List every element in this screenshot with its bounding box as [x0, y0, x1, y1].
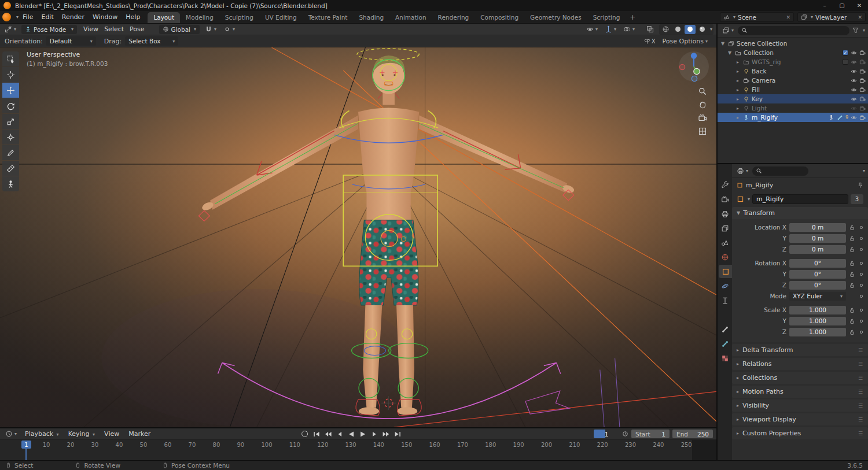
outliner-row-scene-collection[interactable]: ▼ Scene Collection	[718, 39, 868, 48]
animate-dot-icon[interactable]	[858, 307, 865, 313]
animate-dot-icon[interactable]	[858, 282, 865, 288]
show-gizmo-dropdown[interactable]: ▾	[603, 25, 618, 34]
hide-eye-icon[interactable]	[851, 59, 857, 65]
panel-grip-icon[interactable]: ☰	[858, 403, 863, 409]
transform-value-field[interactable]: 0°	[789, 281, 846, 290]
viewport-menu-item[interactable]: Pose	[127, 25, 147, 33]
collapsed-panel[interactable]: ▸ Relations ☰	[732, 358, 868, 370]
maximize-button[interactable]: ▢	[833, 0, 851, 11]
filter-icon[interactable]	[852, 27, 859, 34]
lock-icon[interactable]	[849, 318, 855, 324]
lock-icon[interactable]	[849, 260, 855, 267]
lock-icon[interactable]	[849, 271, 855, 277]
current-frame-field[interactable]: 1	[594, 430, 619, 438]
topbar-menu-item[interactable]: Edit	[37, 12, 57, 22]
tool-move[interactable]	[2, 83, 19, 98]
animate-dot-icon[interactable]	[858, 329, 865, 335]
object-visibility-dropdown[interactable]: ▾	[584, 25, 599, 34]
unlink-icon[interactable]: ✕	[786, 14, 790, 20]
topbar-menu-item[interactable]: Window	[89, 12, 122, 22]
mirror-x-toggle[interactable]: X	[642, 36, 657, 46]
render-visibility-icon[interactable]	[859, 50, 866, 56]
minimize-button[interactable]: –	[816, 0, 833, 11]
topbar-menu-item[interactable]: File	[19, 12, 37, 22]
expand-icon[interactable]: ▸	[735, 78, 741, 83]
play-button[interactable]	[358, 430, 367, 438]
hide-eye-icon[interactable]	[851, 87, 857, 93]
collection-checkbox[interactable]: ✓	[843, 50, 848, 55]
lock-icon[interactable]	[849, 246, 855, 253]
transform-value-field[interactable]: 0 m	[789, 223, 846, 232]
panel-grip-icon[interactable]: ☰	[858, 347, 863, 353]
outliner-row-camera[interactable]: ▸ Camera	[718, 76, 868, 85]
animate-dot-icon[interactable]	[858, 224, 865, 231]
workspace-tab[interactable]: Scripting	[587, 12, 626, 23]
transform-orientation-dropdown[interactable]: Global ▾	[159, 25, 200, 34]
animate-dot-icon[interactable]	[858, 235, 865, 242]
shading-solid-button[interactable]	[672, 25, 683, 34]
hide-eye-icon[interactable]	[851, 96, 857, 102]
transform-value-field[interactable]: 1.000	[789, 317, 846, 325]
lock-icon[interactable]	[849, 235, 855, 242]
tab-physics[interactable]	[718, 279, 732, 293]
marker-menu[interactable]: Marker	[126, 430, 153, 438]
outliner-search-input[interactable]	[738, 26, 849, 35]
jump-to-start-button[interactable]	[311, 430, 321, 438]
tool-transform[interactable]	[2, 129, 19, 145]
expand-icon[interactable]: ▸	[735, 87, 741, 92]
render-visibility-icon[interactable]	[859, 77, 866, 84]
transform-value-field[interactable]: 1.000	[789, 328, 846, 336]
shading-rendered-button[interactable]	[697, 25, 708, 34]
transform-value-field[interactable]: 0°	[789, 270, 846, 279]
scene-selector[interactable]: ▾ Scene ✕	[720, 12, 794, 22]
tab-bone-constraint[interactable]	[718, 337, 732, 350]
snap-toggle[interactable]: ▾	[203, 25, 218, 34]
collapsed-panel[interactable]: ▸ Motion Paths ☰	[732, 386, 868, 398]
viewport-menu-item[interactable]: Select	[101, 25, 127, 33]
prev-frame-button[interactable]	[334, 430, 344, 438]
animate-dot-icon[interactable]	[858, 246, 865, 253]
tool-measure[interactable]	[2, 161, 19, 176]
pan-hand-icon[interactable]	[698, 100, 707, 109]
expand-icon[interactable]: ▼	[727, 50, 733, 55]
render-visibility-icon[interactable]	[859, 68, 866, 75]
lock-icon[interactable]	[849, 329, 855, 335]
workspace-tab[interactable]: Modeling	[180, 12, 219, 23]
shading-material-button[interactable]	[685, 25, 696, 34]
collapsed-panel[interactable]: ▸ Delta Transform ☰	[732, 344, 868, 356]
workspace-tab[interactable]: Rendering	[432, 12, 475, 23]
render-visibility-icon[interactable]	[859, 59, 866, 65]
workspace-tab[interactable]: Geometry Nodes	[524, 12, 587, 23]
transform-value-field[interactable]: 0 m	[789, 234, 846, 243]
collapsed-panel[interactable]: ▸ Visibility ☰	[732, 399, 868, 412]
outliner-row-fill[interactable]: ▸ Fill	[718, 85, 868, 94]
tab-tool[interactable]	[718, 178, 732, 191]
render-visibility-icon[interactable]	[859, 96, 866, 102]
panel-grip-icon[interactable]: ☰	[858, 375, 863, 381]
auto-keying-toggle[interactable]	[300, 430, 310, 438]
expand-icon[interactable]: ▸	[735, 60, 741, 65]
blender-menu-icon[interactable]	[2, 13, 11, 21]
properties-search-input[interactable]	[752, 166, 808, 176]
tab-texture[interactable]	[718, 351, 732, 365]
tab-view-layer[interactable]	[718, 221, 732, 235]
outliner-row-m-rigify[interactable]: ▸ m_Rigify 9	[718, 113, 868, 122]
timeline-editor-type-button[interactable]: ▾	[3, 430, 19, 439]
collapsed-panel[interactable]: ▸ Custom Properties ☰	[732, 427, 868, 439]
tool-cursor[interactable]	[2, 67, 19, 82]
zoom-icon[interactable]	[698, 87, 707, 96]
editor-type-button[interactable]: ▾	[3, 25, 18, 34]
tool-annotate[interactable]	[2, 145, 19, 160]
transform-value-field[interactable]: 0°	[789, 259, 846, 268]
next-frame-button[interactable]	[369, 430, 379, 438]
workspace-tab[interactable]: Layout	[148, 12, 180, 23]
workspace-tab[interactable]: Compositing	[475, 12, 524, 23]
animate-dot-icon[interactable]	[858, 318, 865, 324]
playback-menu[interactable]: Playback ▾	[22, 430, 62, 438]
workspace-tab[interactable]: UV Editing	[259, 12, 303, 23]
panel-grip-icon[interactable]: ☰	[858, 389, 863, 395]
tool-scale[interactable]	[2, 114, 19, 129]
workspace-tab[interactable]: Sculpting	[219, 12, 259, 23]
properties-editor-type-button[interactable]: ▾	[735, 166, 750, 176]
transform-value-field[interactable]: 0 m	[789, 245, 846, 254]
